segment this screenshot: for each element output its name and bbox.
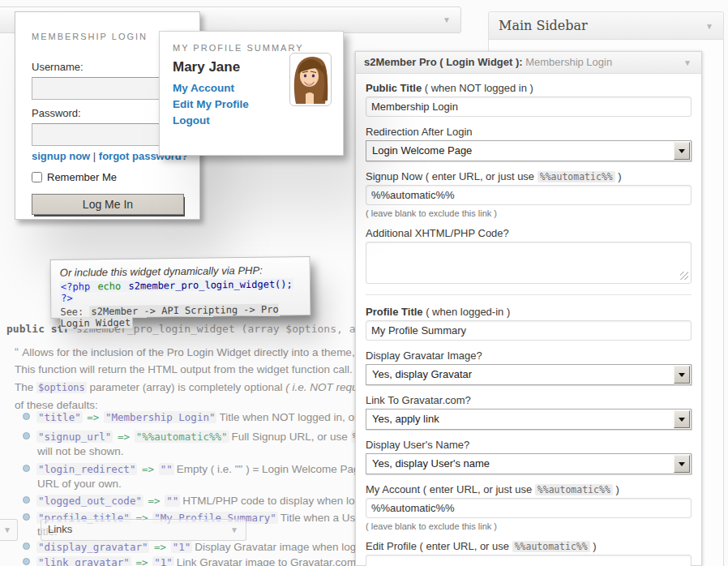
section-divider <box>366 294 692 295</box>
log-me-in-button[interactable]: Log Me In <box>32 194 184 215</box>
signup-now-label: Signup Now ( enter URL, or just use %%au… <box>366 170 692 182</box>
s2member-widget-header[interactable]: s2Member Pro ( Login Widget ): Membershi… <box>356 52 701 74</box>
public-title-input[interactable] <box>366 96 692 117</box>
field-xhtml-code: Additional XHTML/PHP Code? <box>366 227 692 284</box>
password-label: Password: <box>32 107 81 119</box>
signup-now-link[interactable]: signup now <box>32 150 90 162</box>
field-my-account: My Account ( enter URL, or just use %%au… <box>366 483 692 531</box>
profile-title-label: Profile Title ( when logged-in ) <box>366 306 692 318</box>
bullet-icon <box>23 496 30 504</box>
display-name-label: Display User's Name? <box>366 439 692 451</box>
bullet-icon <box>23 413 30 420</box>
selected-value: Login Welcome Page <box>372 144 472 157</box>
bullet-icon <box>23 432 30 440</box>
field-profile-title: Profile Title ( when logged-in ) <box>366 306 692 341</box>
chevron-down-icon[interactable]: ▼ <box>683 59 692 67</box>
link-gravatar-label: Link To Gravatar.com? <box>366 394 692 406</box>
edit-profile-label: Edit Profile ( enter URL, or use %%autom… <box>366 540 692 552</box>
my-account-input[interactable] <box>366 498 692 518</box>
links-widget-title: Links <box>48 523 72 535</box>
user-display-name: Mary Jane <box>173 59 240 75</box>
s2member-widget-panel: s2Member Pro ( Login Widget ): Membershi… <box>355 51 702 566</box>
field-note: ( leave blank to exclude this link ) <box>366 208 692 218</box>
field-public-title: Public Title ( when NOT logged in ) <box>366 82 692 117</box>
php-see-line: See: s2Member -> API Scripting -> Pro Lo… <box>60 303 301 329</box>
dropdown-arrow-icon[interactable] <box>674 455 690 473</box>
profile-summary-preview: MY PROFILE SUMMARY Mary Jane My Account … <box>159 31 344 156</box>
doc-continuation: URL of your own. <box>37 478 122 490</box>
field-note: ( leave blank to exclude this link ) <box>366 521 692 531</box>
doc-option-title: "title" => "Membership Login"Title when … <box>23 411 381 423</box>
profile-summary-title: MY PROFILE SUMMARY <box>173 43 304 53</box>
doc-option-signup-url: "signup_url" => "%%automatic%%"Full Sign… <box>23 431 391 443</box>
chevron-down-icon[interactable]: ▼ <box>705 23 713 31</box>
dropdown-arrow-icon[interactable] <box>674 142 690 160</box>
redirection-label: Redirection After Login <box>366 126 692 138</box>
bullet-icon <box>23 542 30 550</box>
logout-link[interactable]: Logout <box>173 113 249 129</box>
doc-paragraph: “ Allows for the inclusion of the Pro Lo… <box>15 345 355 358</box>
display-name-select[interactable]: Yes, display User's name <box>366 453 692 474</box>
bullet-icon <box>23 558 30 565</box>
doc-option-logged-out-code: "logged_out_code" => ""HTML/PHP code to … <box>23 495 388 507</box>
xhtml-code-textarea[interactable] <box>366 242 692 284</box>
dropdown-arrow-icon[interactable] <box>674 410 690 428</box>
bullet-icon <box>23 513 30 521</box>
field-signup-now: Signup Now ( enter URL, or just use %%au… <box>366 170 692 218</box>
collapsed-widget-links[interactable]: Links ▼ <box>41 519 246 541</box>
gravatar-image <box>289 53 332 106</box>
chevron-down-icon[interactable]: ▼ <box>443 16 451 24</box>
sidebar-title: Main Sidebar <box>499 18 588 33</box>
doc-paragraph: of these defaults: <box>15 399 98 411</box>
resize-grip-icon[interactable] <box>680 272 688 280</box>
link-gravatar-select[interactable]: Yes, apply link <box>366 409 692 430</box>
doc-option-display-gravatar: "display_gravatar" => "1"Display Gravata… <box>23 541 379 553</box>
dropdown-arrow-icon[interactable] <box>674 366 690 384</box>
bullet-icon <box>23 465 30 472</box>
field-edit-profile: Edit Profile ( enter URL, or use %%autom… <box>366 540 692 566</box>
my-account-link[interactable]: My Account <box>173 80 249 96</box>
main-sidebar-header[interactable]: Main Sidebar ▼ <box>489 12 723 40</box>
php-code-line: <?php echo s2member_pro_login_widget(); … <box>60 278 301 304</box>
widget-title: s2Member Pro ( Login Widget ): Membershi… <box>364 56 612 68</box>
link-separator: | <box>90 150 99 162</box>
doc-option-link-gravatar: "link_gravatar" => "1"Link Gravatar imag… <box>23 556 371 566</box>
edit-profile-input[interactable] <box>366 555 692 566</box>
public-title-label: Public Title ( when NOT logged in ) <box>366 82 692 94</box>
my-account-label: My Account ( enter URL, or just use %%au… <box>366 483 692 495</box>
selected-value: Yes, display Gravatar <box>372 368 472 380</box>
redirection-select[interactable]: Login Welcome Page <box>366 140 692 161</box>
doc-option-login-redirect: "login_redirect" => ""Empty ( i.e. "" ) … <box>23 463 377 475</box>
display-gravatar-select[interactable]: Yes, display Gravatar <box>366 364 692 385</box>
widgets-admin-screen: public str s2member_pro_login_widget (ar… <box>0 0 728 566</box>
doc-paragraph: This function will return the HTML outpu… <box>15 363 353 375</box>
field-link-gravatar: Link To Gravatar.com? Yes, apply link <box>366 394 692 430</box>
chevron-down-icon[interactable]: ▼ <box>3 526 11 534</box>
xhtml-code-label: Additional XHTML/PHP Code? <box>366 227 692 239</box>
chevron-down-icon[interactable]: ▼ <box>230 526 238 534</box>
field-display-gravatar: Display Gravatar Image? Yes, display Gra… <box>366 349 692 385</box>
username-label: Username: <box>32 61 84 73</box>
edit-my-profile-link[interactable]: Edit My Profile <box>173 96 249 113</box>
signup-now-input[interactable] <box>366 185 692 205</box>
woman-avatar-icon <box>292 55 329 104</box>
php-note-text: Or include this widget dynamically via P… <box>60 264 301 279</box>
field-display-name: Display User's Name? Yes, display User's… <box>366 439 692 474</box>
remember-me-row: Remember Me <box>32 171 47 183</box>
login-widget-title: MEMBERSHIP LOGIN <box>32 32 148 41</box>
selected-value: Yes, display User's name <box>372 457 490 470</box>
collapsed-widget-stub[interactable]: ▼ <box>0 519 18 541</box>
doc-continuation: will not be shown. <box>37 445 124 457</box>
remember-me-label: Remember Me <box>47 171 117 183</box>
remember-me-checkbox[interactable] <box>32 172 42 182</box>
profile-title-input[interactable] <box>366 320 692 341</box>
doc-paragraph: The $options parameter (array) is comple… <box>15 381 364 393</box>
selected-value: Yes, apply link <box>372 413 439 425</box>
display-gravatar-label: Display Gravatar Image? <box>366 349 692 362</box>
field-redirection: Redirection After Login Login Welcome Pa… <box>366 126 692 161</box>
php-snippet-box: Or include this widget dynamically via P… <box>50 256 311 319</box>
